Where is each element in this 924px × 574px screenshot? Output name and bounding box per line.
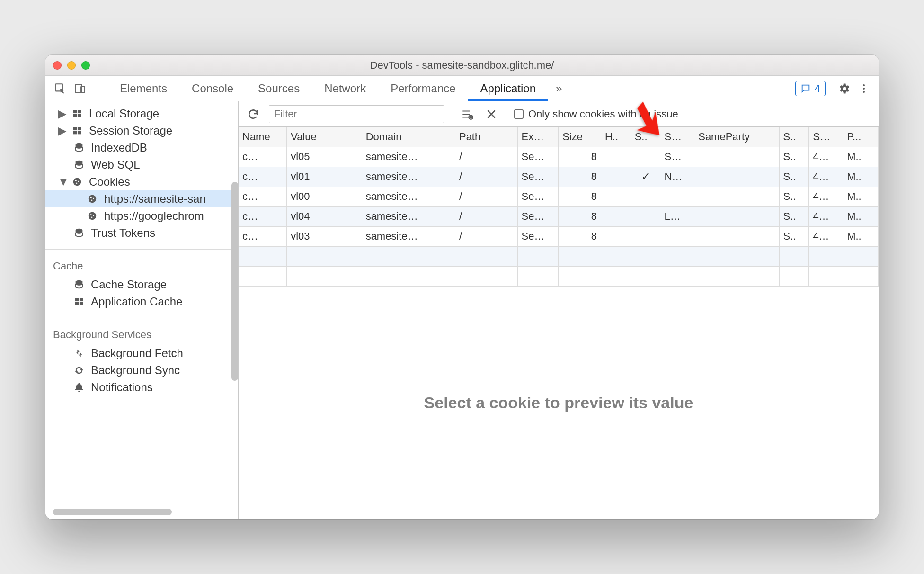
tab-sources[interactable]: Sources (246, 76, 312, 101)
col-header[interactable]: S… (660, 127, 694, 147)
storage-grid-icon (71, 126, 83, 136)
col-header[interactable]: SameParty (694, 127, 779, 147)
sidebar-item-websql[interactable]: Web SQL (45, 156, 238, 173)
svg-rect-11 (78, 127, 81, 130)
table-row[interactable]: c…vl03samesite…/Se…8S..4…M.. (239, 226, 879, 246)
device-toolbar-icon[interactable] (70, 82, 90, 95)
window-title: DevTools - samesite-sandbox.glitch.me/ (45, 59, 879, 72)
cookies-toolbar: Only show cookies with an issue (239, 101, 879, 127)
window-controls (53, 61, 90, 70)
application-sidebar: ▶ Local Storage ▶ Session Storage (45, 101, 239, 519)
database-icon (73, 228, 85, 238)
settings-gear-icon[interactable] (834, 82, 854, 95)
database-icon (73, 143, 85, 153)
col-header[interactable]: Domain (362, 127, 455, 147)
tab-performance[interactable]: Performance (378, 76, 468, 101)
col-header[interactable]: S.. (631, 127, 660, 147)
col-header[interactable]: S.. (779, 127, 809, 147)
sidebar-item-notifications[interactable]: Notifications (45, 379, 238, 396)
cookie-icon (86, 194, 98, 204)
sync-icon (73, 365, 85, 376)
sidebar-item-indexeddb[interactable]: IndexedDB (45, 139, 238, 156)
tab-elements[interactable]: Elements (107, 76, 179, 101)
devtools-tabbar: Elements Console Sources Network Perform… (45, 76, 879, 101)
inspect-element-icon[interactable] (50, 82, 70, 95)
sidebar-item-cookies[interactable]: ▼ Cookies (45, 173, 238, 190)
cookies-table-wrap: NameValueDomainPathEx…SizeH..S..S…SamePa… (239, 127, 879, 287)
sidebar-item-session-storage[interactable]: ▶ Session Storage (45, 122, 238, 139)
table-row (239, 246, 879, 266)
svg-rect-7 (78, 110, 81, 113)
sidebar-item-background-fetch[interactable]: Background Fetch (45, 345, 238, 362)
delete-icon[interactable] (482, 106, 500, 123)
tab-application[interactable]: Application (468, 76, 548, 101)
svg-point-23 (91, 199, 93, 201)
svg-rect-9 (78, 114, 81, 117)
tab-console[interactable]: Console (179, 76, 246, 101)
svg-rect-32 (75, 302, 79, 305)
storage-section: ▶ Local Storage ▶ Session Storage (45, 101, 238, 245)
cookie-icon (71, 177, 83, 187)
chevron-right-icon: ▶ (58, 107, 65, 120)
table-row[interactable]: c…vl04samesite…/Se…8L…S..4…M.. (239, 206, 879, 226)
col-header[interactable]: Size (559, 127, 601, 147)
cookie-preview-placeholder: Select a cookie to preview its value (239, 287, 879, 520)
sidebar-cookie-origin-samesite[interactable]: https://samesite-san (45, 190, 238, 207)
svg-point-5 (863, 91, 865, 93)
col-header[interactable]: H.. (601, 127, 631, 147)
sidebar-vertical-scrollbar[interactable] (231, 182, 238, 381)
svg-point-18 (78, 181, 79, 182)
filter-input[interactable] (269, 105, 444, 123)
svg-rect-33 (80, 302, 83, 305)
svg-point-22 (93, 198, 94, 199)
panel-tabs: Elements Console Sources Network Perform… (107, 76, 569, 101)
sidebar-item-cache-storage[interactable]: Cache Storage (45, 276, 238, 293)
col-header[interactable]: Value (287, 127, 362, 147)
cache-header: Cache (45, 257, 238, 276)
svg-rect-8 (73, 114, 77, 117)
only-issues-checkbox[interactable]: Only show cookies with an issue (514, 108, 678, 120)
svg-point-24 (89, 212, 97, 220)
col-header[interactable]: S… (809, 127, 843, 147)
svg-point-20 (89, 195, 97, 203)
clear-all-icon[interactable] (458, 106, 476, 123)
col-header[interactable]: P... (843, 127, 879, 147)
col-header[interactable]: Name (239, 127, 287, 147)
sidebar-horizontal-scrollbar[interactable] (53, 509, 172, 515)
svg-point-3 (863, 84, 865, 86)
col-header[interactable]: Ex… (517, 127, 559, 147)
issues-badge[interactable]: 4 (795, 81, 826, 96)
tabs-overflow-icon[interactable]: » (548, 76, 569, 101)
table-row[interactable]: c…vl00samesite…/Se…8S..4…M.. (239, 187, 879, 206)
tab-network[interactable]: Network (312, 76, 378, 101)
chevron-down-icon: ▼ (58, 175, 65, 188)
sidebar-item-local-storage[interactable]: ▶ Local Storage (45, 105, 238, 122)
table-row[interactable]: c…vl01samesite…/Se…8✓N…S..4…M.. (239, 167, 879, 187)
devtools-window: DevTools - samesite-sandbox.glitch.me/ E… (45, 55, 879, 519)
svg-rect-12 (73, 131, 77, 134)
close-window-button[interactable] (53, 61, 62, 70)
minimize-window-button[interactable] (67, 61, 76, 70)
sidebar-item-background-sync[interactable]: Background Sync (45, 362, 238, 379)
database-icon (73, 160, 85, 170)
svg-point-27 (91, 216, 93, 218)
only-issues-label: Only show cookies with an issue (528, 108, 678, 120)
sidebar-item-application-cache[interactable]: Application Cache (45, 293, 238, 310)
svg-point-17 (75, 180, 77, 181)
col-header[interactable]: Path (455, 127, 517, 147)
svg-point-19 (76, 182, 78, 184)
zoom-window-button[interactable] (81, 61, 90, 70)
cookies-table: NameValueDomainPathEx…SizeH..S..S…SamePa… (239, 127, 879, 287)
storage-grid-icon (71, 108, 83, 119)
sidebar-item-trust-tokens[interactable]: Trust Tokens (45, 224, 238, 242)
fetch-icon (73, 348, 85, 359)
svg-rect-6 (73, 110, 77, 113)
sidebar-cookie-origin-googlechrome[interactable]: https://googlechrom (45, 207, 238, 224)
table-row[interactable]: c…vl05samesite…/Se…8S…S..4…M.. (239, 147, 879, 167)
svg-rect-31 (80, 298, 83, 301)
chevron-right-icon: ▶ (58, 124, 65, 137)
kebab-menu-icon[interactable] (854, 83, 874, 94)
issues-count: 4 (815, 82, 820, 95)
background-section: Background Services Background Fetch Bac… (45, 322, 238, 400)
refresh-icon[interactable] (244, 106, 262, 123)
